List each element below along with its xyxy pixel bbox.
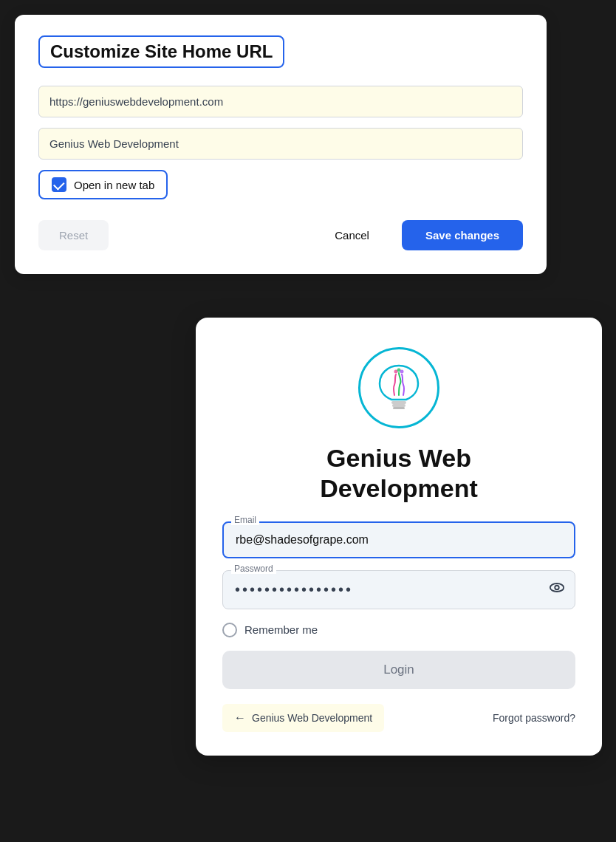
arrow-left-icon: ← xyxy=(234,711,246,725)
url-input[interactable] xyxy=(38,86,523,117)
login-button[interactable]: Login xyxy=(222,651,575,689)
app-title: Genius WebDevelopment xyxy=(320,443,478,504)
checkbox-checked-icon xyxy=(52,177,66,192)
svg-point-7 xyxy=(555,586,559,590)
svg-point-6 xyxy=(550,583,564,592)
email-input[interactable] xyxy=(222,521,575,558)
action-buttons: Reset Cancel Save changes xyxy=(38,220,523,250)
reset-button[interactable]: Reset xyxy=(38,220,109,250)
back-button[interactable]: ← Genius Web Development xyxy=(222,704,384,732)
page-title: Customize Site Home URL xyxy=(38,35,284,68)
svg-rect-2 xyxy=(393,407,405,409)
logo-area: Genius WebDevelopment xyxy=(222,347,575,504)
bottom-links: ← Genius Web Development Forgot password… xyxy=(222,704,575,732)
password-label: Password xyxy=(231,564,276,574)
show-password-icon[interactable] xyxy=(549,580,565,600)
open-in-new-tab-label: Open in new tab xyxy=(74,179,154,191)
open-in-new-tab-checkbox-wrapper[interactable]: Open in new tab xyxy=(38,170,168,199)
logo-circle xyxy=(358,347,439,428)
email-label: Email xyxy=(231,515,259,525)
svg-point-5 xyxy=(400,370,404,374)
logo-svg xyxy=(369,358,428,417)
save-button[interactable]: Save changes xyxy=(402,220,523,250)
login-card: Genius WebDevelopment Email Password Rem… xyxy=(196,318,602,756)
password-input[interactable] xyxy=(222,570,575,609)
remember-me-label: Remember me xyxy=(244,623,318,636)
svg-rect-1 xyxy=(392,404,405,407)
top-card: Customize Site Home URL Open in new tab … xyxy=(15,15,547,274)
password-field-group: Password xyxy=(222,570,575,609)
remember-me-row[interactable]: Remember me xyxy=(222,623,575,637)
forgot-password-link[interactable]: Forgot password? xyxy=(493,712,575,724)
back-link-label: Genius Web Development xyxy=(252,712,372,724)
svg-rect-0 xyxy=(391,401,406,404)
email-field-group: Email xyxy=(222,521,575,558)
remember-me-radio[interactable] xyxy=(222,623,237,637)
site-name-input[interactable] xyxy=(38,128,523,160)
cancel-button[interactable]: Cancel xyxy=(314,220,390,250)
